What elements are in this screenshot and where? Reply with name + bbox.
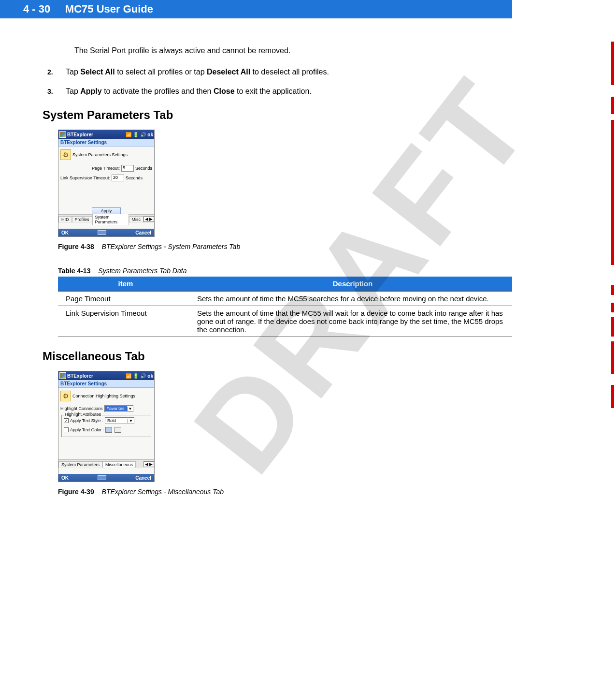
- deselect-all-label: Deselect All: [207, 68, 250, 76]
- tab-scroll-arrows[interactable]: ◀▶: [143, 216, 154, 222]
- apply-text-color-label: Apply Text Color :: [70, 427, 104, 432]
- dropdown-value: Favorites: [105, 406, 127, 411]
- highlight-connections-dropdown[interactable]: Favorites ▼: [104, 405, 134, 412]
- select-all-label: Select All: [80, 68, 115, 76]
- step-3: 3. Tap Apply to activate the profiles an…: [47, 87, 510, 96]
- battery-icon: 🔋: [133, 373, 139, 379]
- apply-label: Apply: [80, 87, 101, 95]
- guide-title: MC75 User Guide: [65, 3, 153, 15]
- battery-icon: 🔋: [133, 132, 139, 137]
- bottom-ok-button[interactable]: OK: [61, 475, 69, 481]
- table-row: Page Timeout Sets the amount of time the…: [58, 291, 512, 306]
- speaker-icon: 🔊: [140, 373, 146, 379]
- bottom-cancel-button[interactable]: Cancel: [135, 230, 151, 235]
- highlight-attributes-fieldset: Highlight Attributes ✓ Apply Text Style …: [61, 415, 151, 437]
- highlight-connections-label: Highlight Connections: [60, 406, 103, 411]
- seconds-label: Seconds: [135, 166, 152, 171]
- figure-4-39-screenshot: BTExplorer 📶 🔋 🔊 ok BTExplorer Settings …: [58, 371, 510, 482]
- chevron-down-icon: ▼: [127, 407, 133, 411]
- section-miscellaneous: Miscellaneous Tab: [43, 350, 510, 363]
- app-title: BTExplorer: [67, 132, 93, 137]
- apply-text-style-checkbox[interactable]: ✓: [64, 418, 69, 423]
- dropdown-value: Bold: [105, 418, 128, 423]
- step-num: 3.: [47, 87, 66, 96]
- chevron-down-icon: ▼: [128, 419, 134, 423]
- tab-system-parameters[interactable]: System Parameters: [92, 214, 129, 225]
- change-bars: [607, 0, 616, 502]
- page-timeout-input[interactable]: 5: [121, 165, 134, 172]
- tab-profiles[interactable]: Profiles: [72, 216, 92, 222]
- bottom-ok-button[interactable]: OK: [61, 230, 69, 235]
- keyboard-icon[interactable]: [98, 475, 106, 480]
- figure-4-39-caption: Figure 4-39 BTExplorer Settings - Miscel…: [58, 488, 510, 496]
- windows-icon: [59, 372, 66, 379]
- caption-label: Figure 4-38: [58, 243, 94, 250]
- table-4-13-title: Table 4-13 System Parameters Tab Data: [58, 267, 510, 275]
- link-timeout-input[interactable]: 20: [112, 175, 124, 181]
- ok-button[interactable]: ok: [147, 132, 153, 137]
- apply-button[interactable]: Apply: [92, 207, 121, 214]
- cell-item: Page Timeout: [58, 291, 193, 306]
- chevron-right-icon: ▶: [149, 462, 153, 467]
- section-system-parameters: System Parameters Tab: [43, 108, 510, 122]
- settings-title: System Parameters Settings: [72, 152, 128, 157]
- tab-system-parameters[interactable]: System Parameters: [58, 461, 102, 468]
- link-timeout-label: Link Supervision Timeout:: [60, 176, 110, 180]
- page-number: 4 - 30: [23, 3, 50, 15]
- fieldset-legend: Highlight Attributes: [64, 412, 102, 417]
- table-text: System Parameters Tab Data: [98, 267, 186, 275]
- chevron-right-icon: ▶: [149, 217, 153, 221]
- apply-text-color-checkbox[interactable]: [64, 427, 69, 432]
- color-picker-button[interactable]: [115, 427, 121, 433]
- col-description: Description: [193, 277, 512, 291]
- text-style-dropdown[interactable]: Bold ▼: [105, 417, 134, 424]
- signal-icon: 📶: [126, 132, 131, 137]
- col-item: item: [58, 277, 193, 291]
- tab-miscellaneous[interactable]: Miscellaneous: [102, 461, 136, 468]
- close-label: Close: [214, 87, 235, 95]
- settings-subheader: BTExplorer Settings: [58, 380, 154, 388]
- tab-misc[interactable]: Misc: [129, 216, 144, 222]
- color-swatch: [105, 427, 112, 433]
- figure-4-38-screenshot: BTExplorer 📶 🔋 🔊 ok BTExplorer Settings …: [58, 130, 510, 237]
- app-title: BTExplorer: [67, 373, 93, 379]
- table-row: Link Supervision Timeout Sets the amount…: [58, 306, 512, 337]
- settings-gear-icon: ⚙: [60, 391, 71, 401]
- apply-text-style-label: Apply Text Style :: [70, 418, 103, 423]
- bottom-cancel-button[interactable]: Cancel: [135, 475, 151, 481]
- tab-hid[interactable]: HID: [58, 216, 72, 222]
- page-header: 4 - 30 MC75 User Guide: [0, 0, 512, 18]
- table-4-13: item Description Page Timeout Sets the a…: [58, 277, 512, 337]
- cell-item: Link Supervision Timeout: [58, 306, 193, 337]
- speaker-icon: 🔊: [140, 132, 146, 137]
- settings-gear-icon: ⚙: [60, 149, 71, 160]
- windows-icon: [59, 131, 66, 138]
- step-num: 2.: [47, 68, 66, 76]
- cell-desc: Sets the amount of time that the MC55 wi…: [193, 306, 512, 337]
- cell-desc: Sets the amount of time the MC55 searche…: [193, 291, 512, 306]
- settings-subheader: BTExplorer Settings: [58, 139, 154, 147]
- figure-4-38-caption: Figure 4-38 BTExplorer Settings - System…: [58, 243, 510, 250]
- caption-text: BTExplorer Settings - Miscellaneous Tab: [102, 488, 224, 496]
- caption-text: BTExplorer Settings - System Parameters …: [102, 243, 241, 250]
- page-timeout-label: Page Timeout:: [60, 166, 120, 171]
- tab-scroll-arrows[interactable]: ◀▶: [143, 461, 154, 467]
- step-2: 2. Tap Select All to select all profiles…: [47, 68, 510, 76]
- intro-text: The Serial Port profile is always active…: [74, 46, 510, 55]
- caption-label: Figure 4-39: [58, 488, 94, 496]
- keyboard-icon[interactable]: [98, 230, 106, 235]
- ok-button[interactable]: ok: [147, 373, 153, 379]
- table-label: Table 4-13: [58, 267, 90, 275]
- conn-settings-title: Connection Highlighting Settings: [72, 394, 135, 398]
- signal-icon: 📶: [126, 373, 131, 379]
- seconds-label: Seconds: [126, 176, 143, 180]
- chevron-left-icon: ◀: [145, 217, 148, 221]
- chevron-left-icon: ◀: [145, 462, 148, 467]
